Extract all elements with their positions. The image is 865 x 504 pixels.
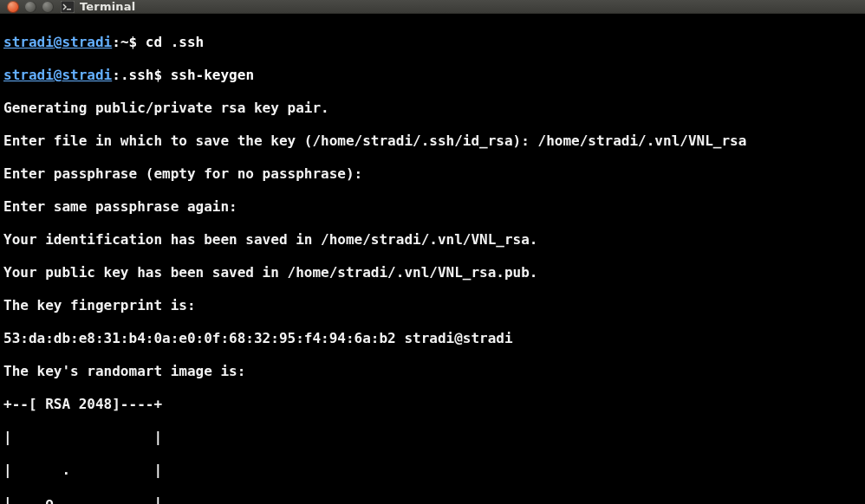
prompt-at: @ [54,34,62,50]
prompt-cwd: .ssh [120,67,154,83]
prompt-cwd: ~ [120,34,129,50]
randomart-line: +--[ RSA 2048]----+ [3,396,862,412]
prompt-sigil: $ [129,34,138,50]
title-wrap: Terminal [61,0,135,13]
prompt-sep: : [112,34,120,50]
output-line: Enter file in which to save the key (/ho… [3,132,862,149]
randomart-line: | . | [3,462,862,478]
prompt-host: stradi [62,34,112,50]
output-line: Enter passphrase (empty for no passphras… [3,165,862,182]
terminal-icon [61,1,75,13]
maximize-icon[interactable] [42,1,54,13]
prompt-user: stradi [3,34,54,50]
close-icon[interactable] [7,1,19,13]
svg-rect-0 [61,1,75,13]
output-line: 53:da:db:e8:31:b4:0a:e0:0f:68:32:95:f4:9… [3,330,862,346]
output-line: The key fingerprint is: [3,297,862,313]
output-line: Enter same passphrase again: [3,198,862,215]
output-line: Your identification has been saved in /h… [3,231,862,248]
prompt-sigil: $ [153,67,162,83]
window-buttons [7,1,54,13]
prompt-line: stradi@stradi:~$ cd .ssh [3,34,862,50]
svg-rect-1 [67,9,71,10]
terminal-body[interactable]: stradi@stradi:~$ cd .ssh stradi@stradi:.… [0,14,865,504]
output-line: Generating public/private rsa key pair. [3,100,862,116]
minimize-icon[interactable] [24,1,36,13]
prompt-at: @ [54,67,62,83]
prompt-sep: : [112,67,120,83]
cmd-keygen: ssh-keygen [171,67,254,83]
titlebar: Terminal [0,0,865,14]
output-line: Your public key has been saved in /home/… [3,264,862,281]
prompt-host: stradi [62,67,112,83]
window-title: Terminal [80,0,135,13]
terminal-window: Terminal stradi@stradi:~$ cd .ssh stradi… [0,0,865,504]
prompt-line: stradi@stradi:.ssh$ ssh-keygen [3,67,862,83]
randomart-line: | . o . | [3,494,862,504]
prompt-user: stradi [3,67,54,83]
cmd-cd: cd .ssh [146,34,204,50]
output-line: The key's randomart image is: [3,363,862,379]
randomart-line: | | [3,429,862,445]
